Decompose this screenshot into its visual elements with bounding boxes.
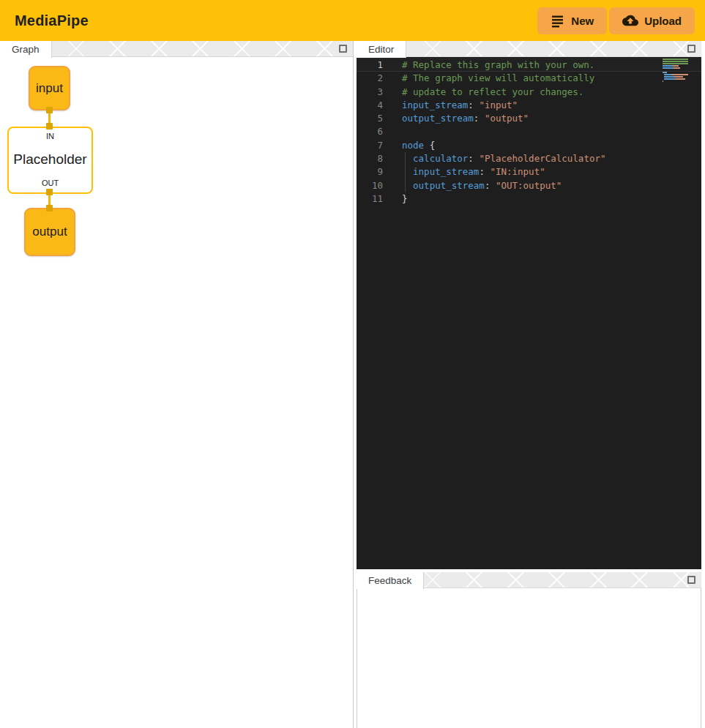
graph-panel: Graph input IN Placeholder OUT output (0, 41, 354, 728)
code-lines: 1# Replace this graph with your own.2# T… (357, 59, 701, 206)
line-number: 4 (357, 99, 383, 112)
minimap[interactable] (663, 59, 688, 83)
indent-guide (405, 179, 406, 192)
editor-maximize-icon[interactable] (687, 45, 695, 53)
indent-guide (405, 165, 406, 179)
line-text: # Replace this graph with your own. (383, 59, 594, 72)
line-number: 9 (357, 165, 383, 179)
line-text: calculator: "PlaceholderCalculator" (383, 152, 605, 165)
line-number: 2 (357, 72, 383, 85)
output-port[interactable] (46, 189, 53, 195)
app-title: MediaPipe (0, 12, 89, 29)
cloud-upload-icon (622, 12, 638, 29)
graph-node-placeholder[interactable]: IN Placeholder OUT (7, 127, 93, 194)
node-label: output (32, 225, 67, 239)
minimap-line (663, 80, 688, 83)
feedback-content (357, 588, 701, 728)
line-number: 10 (357, 179, 383, 192)
line-text: output_stream: "output" (383, 112, 529, 125)
code-line[interactable]: 1# Replace this graph with your own. (357, 59, 701, 72)
line-text (383, 125, 402, 138)
line-text: input_stream: "IN:input" (383, 165, 545, 179)
graph-tabbar: Graph (0, 41, 353, 57)
graph-maximize-icon[interactable] (339, 45, 347, 53)
line-text: } (383, 192, 408, 206)
line-number: 11 (357, 192, 383, 206)
app-header: MediaPipe New Upload (0, 0, 705, 41)
new-button-label: New (571, 15, 594, 27)
line-number: 7 (357, 139, 383, 152)
code-line[interactable]: 6 (357, 125, 701, 138)
code-line[interactable]: 2# The graph view will automatically (357, 72, 701, 85)
input-port[interactable] (46, 205, 53, 211)
line-text: output_stream: "OUT:output" (383, 179, 562, 192)
line-text: node { (383, 139, 435, 152)
upload-button[interactable]: Upload (609, 7, 695, 34)
line-number: 1 (357, 59, 383, 72)
line-number: 6 (357, 125, 383, 138)
code-line[interactable]: 11} (357, 192, 701, 206)
line-number: 5 (357, 112, 383, 125)
menu-lines-icon (551, 13, 565, 28)
feedback-tabbar: Feedback (357, 572, 701, 588)
code-line[interactable]: 4input_stream: "input" (357, 99, 701, 112)
code-editor[interactable]: 1# Replace this graph with your own.2# T… (357, 57, 701, 569)
code-line[interactable]: 7node { (357, 139, 701, 152)
line-number: 3 (357, 86, 383, 99)
node-label: Placeholder (13, 151, 86, 168)
right-column: Editor 1# Replace this graph with your o… (357, 41, 701, 728)
editor-tabbar: Editor (357, 41, 701, 57)
indent-guide (405, 152, 406, 165)
graph-canvas[interactable]: input IN Placeholder OUT output (0, 57, 353, 727)
code-line[interactable]: 9 input_stream: "IN:input" (357, 165, 701, 179)
out-port-label: OUT (42, 179, 59, 187)
code-line[interactable]: 3# update to reflect your changes. (357, 86, 701, 99)
tab-graph[interactable]: Graph (0, 41, 52, 58)
code-line[interactable]: 10 output_stream: "OUT:output" (357, 179, 701, 192)
editor-panel: Editor 1# Replace this graph with your o… (357, 41, 701, 569)
line-text: # The graph view will automatically (383, 72, 594, 85)
feedback-panel: Feedback (357, 572, 701, 728)
header-actions: New Upload (537, 7, 705, 34)
line-number: 8 (357, 152, 383, 165)
output-port[interactable] (46, 107, 53, 113)
graph-node-input[interactable]: input (29, 66, 70, 110)
line-text: # update to reflect your changes. (383, 86, 583, 99)
input-port[interactable] (46, 123, 53, 130)
tab-feedback[interactable]: Feedback (357, 572, 424, 589)
code-line[interactable]: 5output_stream: "output" (357, 112, 701, 125)
line-text: input_stream: "input" (383, 99, 518, 112)
code-line[interactable]: 8 calculator: "PlaceholderCalculator" (357, 152, 701, 165)
feedback-maximize-icon[interactable] (687, 576, 695, 584)
tab-editor[interactable]: Editor (357, 41, 406, 58)
node-label: input (36, 81, 63, 96)
in-port-label: IN (46, 132, 54, 140)
graph-node-output[interactable]: output (24, 208, 75, 256)
new-button[interactable]: New (537, 7, 607, 34)
upload-button-label: Upload (644, 15, 682, 27)
